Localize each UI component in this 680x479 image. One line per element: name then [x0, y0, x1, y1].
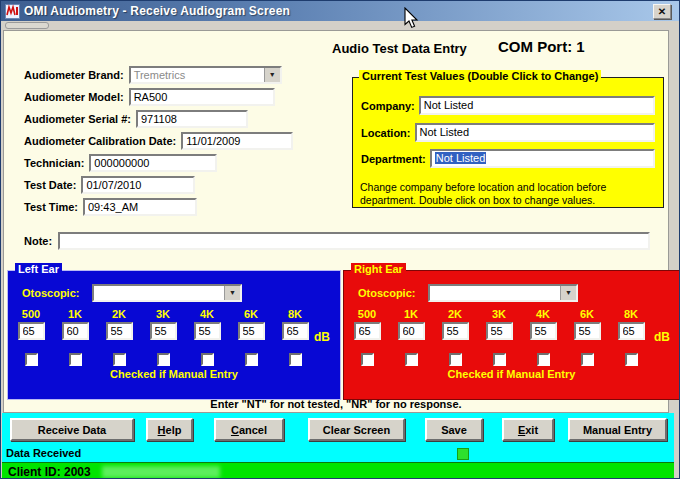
left-db-input-4k[interactable]: [194, 322, 221, 340]
right-db-input-1k[interactable]: [398, 322, 425, 340]
location-label: Location:: [361, 127, 411, 139]
right-manual-checkbox-6k[interactable]: [581, 353, 594, 366]
frequency-label: 3K: [156, 308, 170, 322]
left-db-input-2k[interactable]: [106, 322, 133, 340]
location-value-box[interactable]: Not Listed: [415, 123, 656, 142]
frequency-label: 1K: [404, 308, 418, 322]
left-manual-checkbox-1k[interactable]: [69, 353, 82, 366]
form-row-serial: Audiometer Serial #:: [24, 109, 248, 128]
left-manual-checkbox-2k[interactable]: [113, 353, 126, 366]
chevron-down-icon[interactable]: ▼: [264, 68, 280, 82]
right-col-2k: 2K: [440, 308, 470, 366]
left-ear-title: Left Ear: [15, 263, 62, 275]
left-db-input-6k[interactable]: [238, 322, 265, 340]
left-col-6k: 6K: [236, 308, 266, 366]
clear-screen-button[interactable]: Clear Screen: [308, 418, 405, 441]
brand-select[interactable]: Tremetrics ▼: [129, 66, 282, 84]
cancel-button[interactable]: Cancel: [214, 418, 284, 441]
right-manual-entry-label: Checked if Manual Entry: [344, 368, 679, 380]
left-manual-checkbox-4k[interactable]: [201, 353, 214, 366]
title-bar: OMI Audiometry - Receive Audiogram Scree…: [1, 1, 680, 21]
right-manual-checkbox-500[interactable]: [361, 353, 374, 366]
frequency-label: 500: [358, 308, 376, 322]
left-db-input-1k[interactable]: [62, 322, 89, 340]
note-row: Note:: [24, 232, 650, 250]
close-icon[interactable]: ✕: [653, 4, 671, 19]
frequency-label: 2K: [112, 308, 126, 322]
model-input[interactable]: [129, 88, 275, 106]
right-db-input-500[interactable]: [354, 322, 381, 340]
technician-input[interactable]: [89, 154, 217, 172]
chevron-down-icon[interactable]: ▼: [224, 286, 240, 300]
right-manual-checkbox-4k[interactable]: [537, 353, 550, 366]
right-manual-checkbox-8k[interactable]: [625, 353, 638, 366]
left-col-2k: 2K: [104, 308, 134, 366]
chevron-down-icon[interactable]: ▼: [560, 286, 576, 300]
note-label: Note:: [24, 235, 52, 247]
department-value-box[interactable]: Not Listed: [430, 149, 655, 168]
right-ear-columns: 500 1K 2K 3K: [350, 308, 670, 398]
frequency-label: 6K: [244, 308, 258, 322]
right-db-input-3k[interactable]: [486, 322, 513, 340]
data-received-statusbar: Data Received: [2, 446, 674, 462]
right-manual-checkbox-1k[interactable]: [405, 353, 418, 366]
receive-data-button[interactable]: Receive Data: [10, 418, 134, 441]
brand-value: Tremetrics: [131, 68, 264, 82]
left-manual-checkbox-3k[interactable]: [157, 353, 170, 366]
app-icon: [5, 4, 20, 19]
right-otoscopic-select[interactable]: ▼: [428, 284, 578, 302]
form-row-calibration: Audiometer Calibration Date:: [24, 131, 293, 150]
client-id-statusbar: Client ID: 2003: [2, 462, 674, 479]
left-col-4k: 4K: [192, 308, 222, 366]
right-db-input-8k[interactable]: [618, 322, 645, 340]
exit-button[interactable]: Exit: [502, 418, 554, 441]
technician-label: Technician:: [24, 157, 84, 169]
left-db-input-500[interactable]: [18, 322, 45, 340]
form-row-test-time: Test Time:: [24, 197, 197, 216]
data-received-label: Data Received: [6, 447, 81, 459]
right-ear-title: Right Ear: [351, 263, 406, 275]
right-manual-checkbox-2k[interactable]: [449, 353, 462, 366]
right-manual-checkbox-3k[interactable]: [493, 353, 506, 366]
company-label: Company:: [361, 100, 415, 112]
left-db-input-3k[interactable]: [150, 322, 177, 340]
left-db-input-8k[interactable]: [282, 322, 309, 340]
department-selected-text: Not Listed: [435, 152, 487, 164]
frequency-label: 8K: [288, 308, 302, 322]
right-ear-panel: Right Ear Otoscopic: ▼ 500 1K 2K: [343, 270, 680, 400]
app-window: OMI Audiometry - Receive Audiogram Scree…: [0, 0, 680, 479]
nt-nr-instruction: Enter "NT" for not tested, "NR" for no r…: [4, 398, 668, 410]
right-db-input-4k[interactable]: [530, 322, 557, 340]
left-col-1k: 1K: [60, 308, 90, 366]
form-row-test-date: Test Date:: [24, 175, 195, 194]
window-title: OMI Audiometry - Receive Audiogram Scree…: [24, 4, 290, 18]
test-time-input[interactable]: [83, 198, 197, 216]
right-otoscopic-value: [430, 286, 560, 300]
left-manual-checkbox-6k[interactable]: [245, 353, 258, 366]
right-db-input-2k[interactable]: [442, 322, 469, 340]
calibration-input[interactable]: [181, 132, 293, 150]
left-manual-entry-label: Checked if Manual Entry: [8, 368, 340, 380]
main-panel: Audio Test Data Entry COM Port: 1 Audiom…: [3, 30, 669, 413]
test-date-input[interactable]: [81, 176, 195, 194]
manual-entry-button[interactable]: Manual Entry: [568, 418, 667, 441]
frequency-label: 8K: [624, 308, 638, 322]
current-test-values-title: Current Test Values (Double Click to Cha…: [359, 70, 601, 82]
frequency-label: 4K: [200, 308, 214, 322]
company-value-box[interactable]: Not Listed: [419, 96, 655, 115]
serial-input[interactable]: [136, 110, 248, 128]
button-toolbar: Receive Data Help Cancel Clear Screen Sa…: [2, 413, 674, 446]
frequency-label: 6K: [580, 308, 594, 322]
frequency-label: 3K: [492, 308, 506, 322]
left-otoscopic-select[interactable]: ▼: [92, 284, 242, 302]
form-row-model: Audiometer Model:: [24, 87, 275, 106]
save-button[interactable]: Save: [425, 418, 483, 441]
right-db-input-6k[interactable]: [574, 322, 601, 340]
toolbar-grip: [5, 22, 49, 29]
left-manual-checkbox-8k[interactable]: [289, 353, 302, 366]
redacted-client-name: [102, 466, 220, 478]
right-col-8k: 8K: [616, 308, 646, 366]
note-input[interactable]: [58, 232, 650, 250]
help-button[interactable]: Help: [146, 418, 193, 441]
left-manual-checkbox-500[interactable]: [25, 353, 38, 366]
